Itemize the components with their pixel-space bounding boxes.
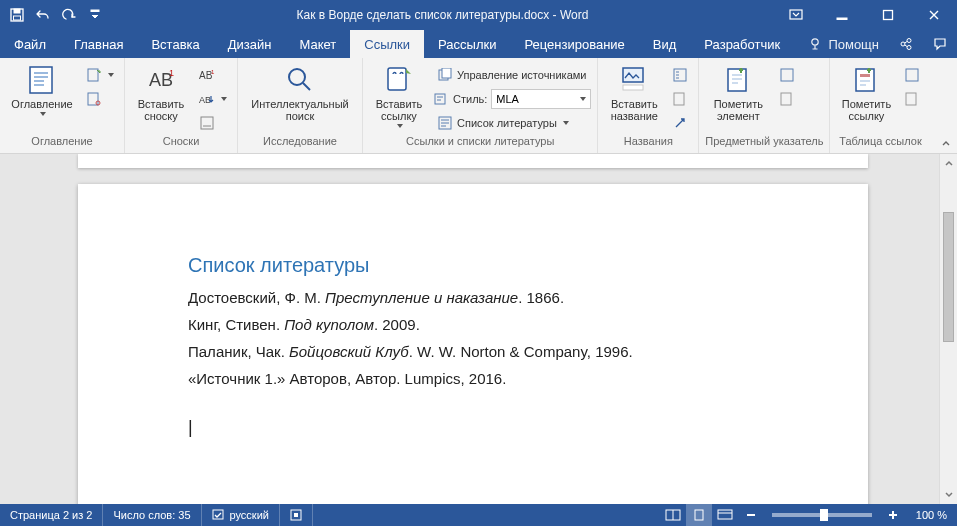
view-read-button[interactable]	[660, 504, 686, 526]
svg-rect-42	[294, 513, 298, 517]
smart-lookup-button[interactable]: Интеллектуальный поиск	[244, 62, 356, 122]
style-combobox[interactable]: MLA	[491, 89, 591, 109]
vertical-scrollbar[interactable]	[939, 154, 957, 504]
maximize-button[interactable]	[865, 0, 911, 30]
insert-index-icon	[779, 67, 795, 83]
undo-button[interactable]	[32, 4, 54, 26]
tab-design[interactable]: Дизайн	[214, 30, 286, 58]
group-captions-label: Названия	[598, 135, 698, 153]
svg-rect-37	[906, 93, 916, 105]
qat-customize-button[interactable]	[84, 4, 106, 26]
tab-mailings[interactable]: Рассылки	[424, 30, 510, 58]
group-footnotes: AB1 Вставить сноску AB1 AB Сноски	[125, 58, 238, 153]
macro-icon	[290, 509, 302, 521]
toc-add-text-button[interactable]	[82, 64, 118, 86]
tab-view[interactable]: Вид	[639, 30, 691, 58]
tab-insert[interactable]: Вставка	[137, 30, 213, 58]
scroll-thumb[interactable]	[943, 212, 954, 342]
cross-ref-icon	[672, 115, 688, 131]
tab-home[interactable]: Главная	[60, 30, 137, 58]
tof-icon	[672, 67, 688, 83]
zoom-slider[interactable]	[772, 513, 872, 517]
insert-tof-button[interactable]	[668, 64, 692, 86]
page[interactable]: Список литературы Достоевский, Ф. М. Пре…	[78, 184, 868, 504]
save-button[interactable]	[6, 4, 28, 26]
window-title: Как в Ворде сделать список литературы.do…	[112, 8, 773, 22]
status-page[interactable]: Страница 2 из 2	[0, 504, 103, 526]
svg-text:1: 1	[169, 68, 174, 78]
status-word-count[interactable]: Число слов: 35	[103, 504, 201, 526]
group-citations: Вставить ссылку Управление источниками С…	[363, 58, 598, 153]
tell-me[interactable]: Помощн	[798, 30, 889, 58]
status-macro[interactable]	[280, 504, 313, 526]
group-toc: Оглавление Оглавление	[0, 58, 125, 153]
update-tof-button[interactable]	[668, 88, 692, 110]
scroll-down-button[interactable]	[940, 486, 957, 504]
bibliography-icon	[437, 115, 453, 131]
zoom-slider-thumb[interactable]	[820, 509, 828, 521]
svg-rect-6	[884, 11, 893, 20]
tab-references[interactable]: Ссылки	[350, 30, 424, 58]
mark-entry-button[interactable]: Пометить элемент	[705, 62, 771, 122]
insert-citation-button[interactable]: Вставить ссылку	[369, 62, 429, 128]
show-notes-button[interactable]	[195, 112, 231, 134]
svg-rect-3	[91, 10, 99, 12]
group-footnotes-label: Сноски	[125, 135, 237, 153]
status-language[interactable]: русский	[202, 504, 280, 526]
insert-caption-icon	[618, 64, 650, 96]
insert-footnote-button[interactable]: AB1 Вставить сноску	[131, 62, 191, 122]
tab-developer[interactable]: Разработчик	[690, 30, 794, 58]
tab-layout[interactable]: Макет	[285, 30, 350, 58]
insert-endnote-button[interactable]: AB1	[195, 64, 231, 86]
cross-reference-button[interactable]	[668, 112, 692, 134]
close-button[interactable]	[911, 0, 957, 30]
update-toa-button[interactable]	[900, 88, 924, 110]
group-toa: Пометить ссылку Таблица ссылок	[830, 58, 930, 153]
svg-rect-12	[88, 69, 98, 81]
status-bar: Страница 2 из 2 Число слов: 35 русский 1…	[0, 504, 957, 526]
svg-rect-1	[14, 9, 20, 13]
zoom-level[interactable]: 100 %	[906, 509, 957, 521]
view-print-button[interactable]	[686, 504, 712, 526]
comments-button[interactable]	[923, 30, 957, 58]
next-footnote-button[interactable]: AB	[195, 88, 231, 110]
insert-toa-button[interactable]	[900, 64, 924, 86]
manage-sources-label: Управление источниками	[457, 69, 586, 81]
next-footnote-icon: AB	[199, 91, 215, 107]
tab-file[interactable]: Файл	[0, 30, 60, 58]
svg-rect-46	[747, 514, 755, 516]
svg-rect-24	[442, 68, 451, 78]
share-button[interactable]	[889, 30, 923, 58]
mark-citation-label: Пометить ссылку	[842, 98, 891, 122]
zoom-in-button[interactable]	[880, 504, 906, 526]
toc-button[interactable]: Оглавление	[6, 62, 78, 116]
bibliography-button[interactable]: Список литературы	[433, 112, 591, 134]
scroll-track[interactable]	[940, 172, 957, 486]
collapse-ribbon-button[interactable]	[941, 139, 951, 149]
update-index-icon	[779, 91, 795, 107]
update-index-button[interactable]	[775, 88, 799, 110]
tab-review[interactable]: Рецензирование	[510, 30, 638, 58]
svg-rect-34	[856, 69, 874, 91]
mark-citation-icon	[850, 64, 882, 96]
document-area[interactable]: Список литературы Достоевский, Ф. М. Пре…	[0, 154, 939, 504]
group-captions: Вставить название Названия	[598, 58, 699, 153]
svg-point-10	[907, 46, 911, 50]
scroll-up-button[interactable]	[940, 154, 957, 172]
insert-index-button[interactable]	[775, 64, 799, 86]
redo-button[interactable]	[58, 4, 80, 26]
zoom-out-button[interactable]	[738, 504, 764, 526]
view-web-button[interactable]	[712, 504, 738, 526]
style-value: MLA	[496, 93, 519, 105]
mark-citation-button[interactable]: Пометить ссылку	[836, 62, 896, 122]
insert-citation-label: Вставить ссылку	[376, 98, 423, 122]
manage-sources-button[interactable]: Управление источниками	[433, 64, 591, 86]
tell-me-label: Помощн	[828, 37, 879, 52]
toc-update-button[interactable]	[82, 88, 118, 110]
svg-rect-2	[14, 16, 21, 20]
group-index-label: Предметный указатель	[699, 135, 829, 153]
insert-caption-button[interactable]: Вставить название	[604, 62, 664, 122]
minimize-button[interactable]	[819, 0, 865, 30]
quick-access-toolbar	[0, 4, 112, 26]
ribbon-display-button[interactable]	[773, 0, 819, 30]
